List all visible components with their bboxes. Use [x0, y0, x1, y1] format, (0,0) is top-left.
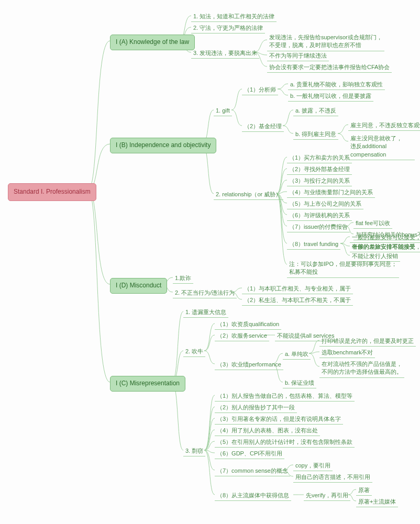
- mindmap-canvas: Standard I. Professionalism I (A) Knowle…: [5, 5, 415, 519]
- b-1-2b1: 雇主同意，不违反独立客观性: [348, 120, 420, 131]
- b-1-2b: b. 得到雇主同意: [293, 129, 338, 140]
- c-3-7b: 用自己的语言描述，不用引用: [293, 472, 372, 483]
- c-3-8c: 原著+主流媒体: [356, 497, 398, 507]
- b-1-1a: a. 贵重礼物不能收，影响独立客观性: [288, 80, 385, 90]
- c-3-8b: 原著: [356, 485, 372, 496]
- c-3-2: （2）别人的报告抄了其中一段: [215, 403, 297, 413]
- b-2-1: （1）买方和卖方的关系: [287, 153, 352, 163]
- b-1-1b: b. 一般礼物可以收，但是要披露: [288, 91, 373, 102]
- d-2-2: （2）私生活、与本职工作不相关，不属于: [242, 295, 353, 306]
- b-1: 1. gift: [214, 106, 232, 116]
- c-1: 1. 遗漏重大信息: [183, 307, 228, 318]
- b-2-7a: flat fee可以收: [353, 218, 392, 229]
- c-3-7a: copy，要引用: [293, 461, 333, 471]
- node-b[interactable]: I (B) Independence and objectivity: [110, 138, 216, 153]
- b-2-4: （4）与业绩衡量部门之间的关系: [287, 187, 375, 198]
- node-d[interactable]: I (D) Misconduct: [110, 278, 167, 294]
- d-2-1: （1）与本职工作相关、与专业相关，属于: [242, 284, 353, 294]
- c-3-8a: 先verify，再引用: [304, 490, 350, 501]
- node-c[interactable]: I (C) Misrepresentation: [110, 376, 185, 392]
- a-3a: 发现违法，先报告给supervisor或合规部门， 不受理，脱离，及时辞职也在所…: [267, 32, 384, 51]
- c-2-2: （2）吹服务service: [215, 331, 269, 341]
- c-3-6: （6）GDP、CPI不用引用: [215, 449, 284, 459]
- b-1-2b2: 雇主没同意就收了， 违反additional compensation: [348, 133, 415, 160]
- b-2-6: （6）与评级机构的关系: [287, 210, 352, 221]
- a-1: 1. 知法，知道和工作相关的法律: [191, 12, 277, 22]
- c-2-1: （1）吹资质qualification: [215, 319, 281, 330]
- root-node[interactable]: Standard I. Professionalism: [8, 183, 96, 201]
- c-3-4: （4）用了别人的表格、图表，没有出处: [215, 426, 320, 436]
- b-2-5: （5）与上市公司之间的关系: [287, 199, 363, 209]
- c-2-3: （3）吹业绩performance: [215, 360, 283, 370]
- c-3: 3. 剽窃: [183, 446, 205, 456]
- b-2: 2. relationship（or 威胁）: [214, 189, 283, 200]
- c-2-3a2: 选取benchmark不对: [319, 348, 375, 358]
- c-3-7: （7）common sense的概念: [215, 466, 290, 476]
- d-2: 2. 不正当行为/违法行为: [173, 288, 237, 298]
- b-2-2: （2）寻找外部基金经理: [287, 164, 352, 175]
- b-2-3: （3）与投行之间的关系: [287, 176, 352, 186]
- c-2-3b: b. 保证业绩: [283, 378, 316, 388]
- c-2-3a: a. 单纯吹: [283, 349, 311, 360]
- a-2: 2. 守法，守更为严格的法律: [191, 23, 265, 34]
- b-2-9: 注：可以参加IPO，但是要得到事先同意； 私募不能投: [287, 259, 399, 278]
- a-3c: 协会没有要求一定要把违法事件报告给CFA协会: [267, 62, 392, 73]
- b-1-1: （1）分析师: [242, 85, 278, 95]
- c-3-5: （5）在引用别人的统计估计时，没有包含限制性条款: [215, 437, 355, 448]
- c-2-3a1: 打印错误是允许的，但是要及时更正: [319, 336, 416, 347]
- d-1: 1.欺诈: [173, 273, 193, 284]
- c-2: 2. 吹牛: [183, 347, 205, 357]
- b-1-2: （2）基金经理: [242, 121, 284, 132]
- c-2-3a3: 在对流动性不强的产品估值是， 不同的方法中选择估值最高的。: [319, 359, 404, 378]
- b-2-7: （7）issuer的付费报告: [287, 222, 350, 232]
- c-3-1: （1）别人报告当做自己的，包括表格、算法、模型等: [215, 391, 355, 402]
- c-3-3: （3）引用著名专家的话，但是没有说明具体名字: [215, 414, 343, 425]
- c-3-8: （8）从主流媒体中获得信息: [215, 490, 291, 501]
- b-1-2a: a. 披露，不违反: [293, 106, 338, 116]
- b-2-8: （8）travel funding: [287, 239, 340, 250]
- a-3: 3. 发现违法，要脱离出来: [191, 48, 259, 59]
- node-a[interactable]: I (A) Knowledge of the law: [110, 35, 195, 50]
- a-3b: 不作为等同于继续违法: [267, 51, 329, 61]
